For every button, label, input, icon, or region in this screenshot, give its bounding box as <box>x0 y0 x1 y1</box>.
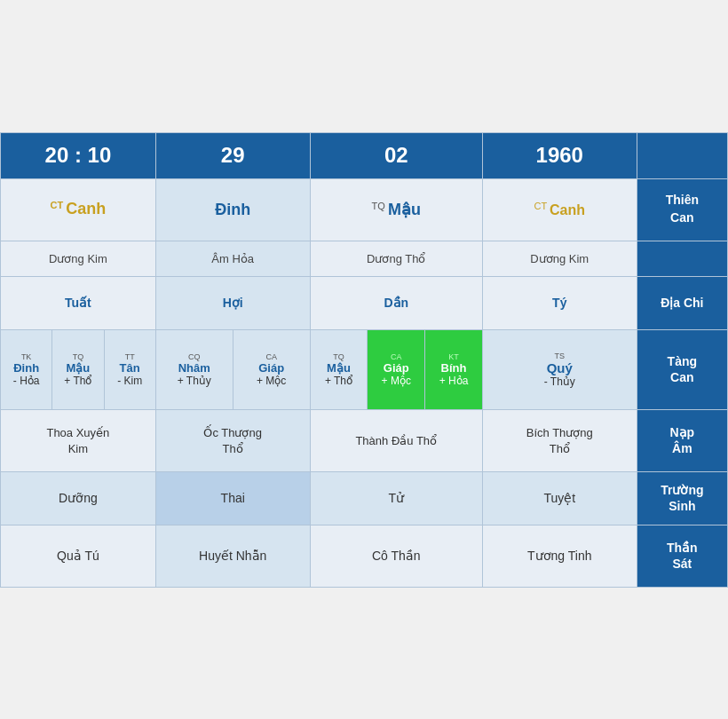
el-ngay: Âm Hỏa <box>211 252 254 265</box>
tc-thang-name: Mậu <box>388 201 421 218</box>
cell-tc-gio-3: TT Tân - Kim <box>104 329 155 409</box>
dc-gio: Tuất <box>65 296 91 310</box>
ts-nam: Tuyệt <box>543 491 575 505</box>
cell-sat-ngay: Huyết Nhẫn <box>155 525 310 587</box>
tang-can-row: TK Đinh - Hỏa TQ Mậu + Thổ TT Tân - Kim … <box>1 329 728 409</box>
cell-tc-nam: TS Quý - Thủy <box>482 329 637 409</box>
dia-chi-label: Địa Chi <box>661 296 703 310</box>
label-thien-can: ThiênCan <box>637 178 727 241</box>
cell-ts-ngay: Thai <box>155 471 310 525</box>
truong-sinh-label: TrườngSinh <box>661 483 703 513</box>
tc-ngay-name: Đinh <box>215 201 250 218</box>
month-value: 02 <box>384 143 408 167</box>
nap-am-row: Thoa XuyếnKim Ốc ThượngThổ Thành Đầu Thổ… <box>1 409 728 471</box>
ts-ngay: Thai <box>221 491 245 505</box>
cell-dc-thang: Dần <box>310 276 482 329</box>
sat-thang: Cô Thần <box>372 549 421 563</box>
cell-time: 20 : 10 <box>1 132 156 178</box>
label-header-empty <box>637 132 727 178</box>
cell-ts-nam: Tuyệt <box>482 471 637 525</box>
tc-gio-name: Canh <box>66 201 106 218</box>
sat-gio: Quả Tú <box>57 549 99 563</box>
truong-sinh-row: Dưỡng Thai Tử Tuyệt TrườngSinh <box>1 471 728 525</box>
cell-dc-ngay: Hợi <box>155 276 310 329</box>
cell-na-thang: Thành Đầu Thổ <box>310 409 482 471</box>
label-truong-sinh: TrườngSinh <box>637 471 727 525</box>
cell-el-thang: Dương Thổ <box>310 241 482 276</box>
sat-ngay: Huyết Nhẫn <box>199 549 266 563</box>
cell-sat-nam: Tương Tinh <box>482 525 637 587</box>
dc-ngay: Hợi <box>223 296 243 310</box>
na-thang: Thành Đầu Thổ <box>355 434 437 447</box>
cell-tc-thang-1: TQ Mậu + Thổ <box>310 329 368 409</box>
cell-el-nam: Dương Kim <box>482 241 637 276</box>
ts-gio: Dưỡng <box>59 491 98 505</box>
cell-tc-gio-2: TQ Mậu + Thổ <box>52 329 104 409</box>
el-nam: Dương Kim <box>530 252 589 265</box>
cell-el-ngay: Âm Hỏa <box>155 241 310 276</box>
cell-na-ngay: Ốc ThượngThổ <box>155 409 310 471</box>
label-tang-can: TàngCan <box>637 329 727 409</box>
cell-tc-nam: CT Canh <box>482 178 637 241</box>
cell-na-gio: Thoa XuyếnKim <box>1 409 156 471</box>
thien-can-row: CT Canh Đinh TQ Mậu CT Canh ThiênCan <box>1 178 728 241</box>
year-value: 1960 <box>536 143 583 167</box>
element-row: Dương Kim Âm Hỏa Dương Thổ Dương Kim <box>1 241 728 276</box>
cell-el-gio: Dương Kim <box>1 241 156 276</box>
cell-tc-gio-1: TK Đinh - Hỏa <box>1 329 52 409</box>
nap-am-label: NạpÂm <box>670 425 695 455</box>
cell-tc-ngay-1: CQ Nhâm + Thủy <box>155 329 233 409</box>
cell-tc-gio: CT Canh <box>1 178 156 241</box>
cell-na-nam: Bích ThượngThổ <box>482 409 637 471</box>
cell-day: 29 <box>155 132 310 178</box>
na-nam: Bích ThượngThổ <box>526 426 593 455</box>
ts-thang: Tử <box>388 491 404 505</box>
dia-chi-row: Tuất Hợi Dần Tý Địa Chi <box>1 276 728 329</box>
label-dia-chi: Địa Chi <box>637 276 727 329</box>
label-element-empty <box>637 241 727 276</box>
label-nap-am: NạpÂm <box>637 409 727 471</box>
cell-sat-thang: Cô Thần <box>310 525 482 587</box>
tc-nam-name: Canh <box>550 202 585 217</box>
main-table: 20 : 10 29 02 1960 CT Canh Đinh TQ Mậu C… <box>0 132 728 588</box>
cell-month: 02 <box>310 132 482 178</box>
cell-tc-thang-2: CA Giáp + Mộc <box>368 329 425 409</box>
cell-tc-thang-3: KT Bính + Hỏa <box>425 329 483 409</box>
label-than-sat: ThầnSát <box>637 525 727 587</box>
header-row: 20 : 10 29 02 1960 <box>1 132 728 178</box>
cell-ts-gio: Dưỡng <box>1 471 156 525</box>
than-sat-label: ThầnSát <box>667 541 698 571</box>
cell-tc-ngay: Đinh <box>155 178 310 241</box>
cell-tc-ngay-2: CA Giáp + Mộc <box>233 329 310 409</box>
time-value: 20 : 10 <box>45 143 112 167</box>
cell-tc-thang: TQ Mậu <box>310 178 482 241</box>
el-gio: Dương Kim <box>49 252 107 265</box>
thien-can-label: ThiênCan <box>666 193 699 225</box>
cell-dc-nam: Tý <box>482 276 637 329</box>
cell-year: 1960 <box>482 132 637 178</box>
dc-thang: Dần <box>384 296 408 310</box>
day-value: 29 <box>221 143 245 167</box>
el-thang: Dương Thổ <box>367 252 425 265</box>
cell-ts-thang: Tử <box>310 471 482 525</box>
cell-dc-gio: Tuất <box>1 276 156 329</box>
na-ngay: Ốc ThượngThổ <box>203 426 262 455</box>
sat-nam: Tương Tinh <box>527 549 591 563</box>
dc-nam: Tý <box>552 296 566 310</box>
tang-can-label: TàngCan <box>668 354 697 384</box>
tc-gio-prefix: CT <box>51 200 67 210</box>
na-gio: Thoa XuyếnKim <box>46 426 109 455</box>
than-sat-row: Quả Tú Huyết Nhẫn Cô Thần Tương Tinh Thầ… <box>1 525 728 587</box>
cell-sat-gio: Quả Tú <box>1 525 156 587</box>
